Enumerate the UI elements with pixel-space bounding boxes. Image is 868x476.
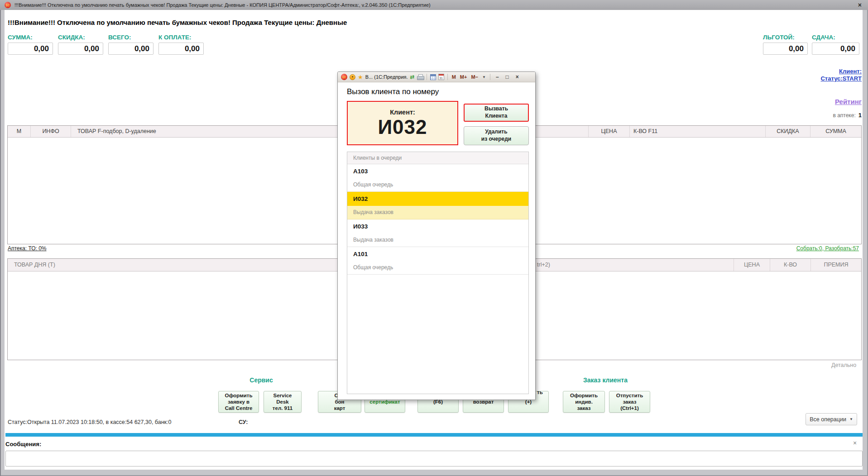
service-section-heading: Сервис bbox=[239, 376, 284, 384]
queue-item-number: И032 bbox=[347, 192, 528, 206]
maximize-icon[interactable]: □ bbox=[504, 74, 511, 80]
window-title: !!!Внимание!!! Отключена по умолчанию пе… bbox=[14, 2, 853, 8]
detail-link[interactable]: Детально bbox=[831, 362, 856, 368]
callcentre-request-button[interactable]: Оформить заявку в Call Centre bbox=[218, 391, 259, 413]
sdacha-label: СДАЧА: bbox=[812, 34, 859, 41]
1c-logo-icon: 1С bbox=[5, 2, 11, 8]
su-label: СУ: bbox=[239, 419, 248, 425]
queue-item-type: Выдача заказов bbox=[347, 233, 528, 247]
k-oplate-label: К ОПЛАТЕ: bbox=[158, 34, 204, 41]
individual-order-button[interactable]: Оформить индив. заказ bbox=[563, 391, 605, 413]
close-icon[interactable]: × bbox=[513, 74, 521, 80]
messages-label: Сообщения: bbox=[5, 441, 41, 447]
client-status-panel: Клиент: Статус:START Рейтинг в аптеке:1 … bbox=[724, 68, 862, 131]
all-operations-button[interactable]: Все операции ▼ bbox=[806, 413, 857, 425]
summa-value: 0,00 bbox=[8, 43, 53, 55]
client-number: И032 bbox=[378, 117, 427, 138]
total-k-oplate: К ОПЛАТЕ: 0,00 bbox=[158, 34, 204, 55]
calculator-icon[interactable] bbox=[430, 74, 436, 80]
call-client-dialog: 1С ▼ ★ В... (1С:Предприя. ⇄ 31 М М+ М− ▼… bbox=[337, 71, 536, 400]
skidka-value: 0,00 bbox=[58, 43, 103, 55]
k-oplate-value: 0,00 bbox=[158, 43, 204, 55]
toolbar-separator bbox=[427, 74, 427, 80]
minimize-icon[interactable]: – bbox=[494, 74, 501, 80]
in-pharmacy-counter: в аптеке:1 bbox=[724, 112, 862, 119]
col-price: ЦЕНА bbox=[588, 126, 629, 137]
favorites-star-icon[interactable]: ★ bbox=[358, 74, 363, 80]
register-status-text: Статус:Открыта 11.07.2023 10:18:50, в ка… bbox=[8, 419, 171, 425]
print-icon[interactable] bbox=[417, 74, 423, 80]
dialog-window-title: В... (1С:Предприя. bbox=[365, 74, 408, 80]
col-info: ИНФО bbox=[30, 126, 71, 137]
chevron-down-icon: ▼ bbox=[849, 417, 853, 421]
memory-m-plus-button[interactable]: М+ bbox=[459, 74, 468, 80]
remove-from-queue-button[interactable]: Удалить из очереди bbox=[464, 126, 529, 145]
toolbar-separator bbox=[490, 74, 490, 80]
sdacha-value: 0,00 bbox=[812, 43, 859, 55]
col-discount: СКИДКА bbox=[765, 126, 810, 137]
order-section-heading: Заказ клиента bbox=[574, 376, 637, 384]
skidka-label: СКИДКА: bbox=[58, 34, 103, 41]
vsego-value: 0,00 bbox=[108, 43, 153, 55]
col-day-price: ЦЕНА bbox=[734, 259, 770, 271]
memory-m-minus-button[interactable]: М− bbox=[470, 74, 479, 80]
toolbar-separator bbox=[447, 74, 448, 80]
client-link[interactable]: Клиент: bbox=[724, 68, 862, 75]
col-day-bonus: ПРЕМИЯ bbox=[810, 259, 861, 271]
queue-item[interactable]: А103 Общая очередь bbox=[347, 164, 528, 192]
total-sdacha: СДАЧА: 0,00 bbox=[812, 34, 859, 55]
col-m: М bbox=[8, 126, 30, 137]
client-label: Клиент: bbox=[390, 109, 415, 116]
occluded-column-header-fragment: trl+2) bbox=[537, 262, 550, 268]
current-client-box: Клиент: И032 bbox=[347, 101, 458, 145]
total-lgotoy: ЛЬГОТОЙ: 0,00 bbox=[763, 34, 808, 55]
col-day-qty: К-ВО bbox=[770, 259, 810, 271]
calendar-icon[interactable]: 31 bbox=[438, 74, 444, 80]
dialog-titlebar: 1С ▼ ★ В... (1С:Предприя. ⇄ 31 М М+ М− ▼… bbox=[338, 72, 535, 82]
queue-item-number: А103 bbox=[347, 164, 528, 178]
1c-logo-icon: 1С bbox=[341, 74, 347, 80]
queue-item[interactable]: А101 Общая очередь bbox=[347, 247, 528, 275]
queue-item-number: А101 bbox=[347, 247, 528, 261]
summa-label: СУММА: bbox=[8, 34, 53, 41]
col-sum: СУММА bbox=[810, 126, 861, 137]
lgotoy-label: ЛЬГОТОЙ: bbox=[763, 34, 808, 41]
memory-m-button[interactable]: М bbox=[451, 74, 457, 80]
queue-item-selected[interactable]: И032 Выдача заказов bbox=[347, 192, 528, 219]
status-link[interactable]: Статус:START bbox=[724, 75, 862, 82]
service-desk-button[interactable]: Service Desk тел. 911 bbox=[264, 391, 302, 413]
close-icon[interactable]: × bbox=[856, 1, 863, 9]
col-qty: К-ВО F11 bbox=[629, 126, 765, 137]
links-icon[interactable]: ⇄ bbox=[410, 74, 415, 80]
queue-item-type: Общая очередь bbox=[347, 261, 528, 275]
in-pharmacy-value: 1 bbox=[858, 112, 862, 119]
main-titlebar: 1С !!!Внимание!!! Отключена по умолчанию… bbox=[0, 0, 868, 10]
queue-item-type: Общая очередь bbox=[347, 178, 528, 192]
queue-item-type: Выдача заказов bbox=[347, 206, 528, 219]
main-menu-dropdown-icon[interactable]: ▼ bbox=[350, 74, 355, 80]
chevron-down-icon[interactable]: ▼ bbox=[481, 75, 487, 79]
assemble-disassemble-link[interactable]: Собрать:0, Разобрать:57 bbox=[796, 245, 859, 252]
rating-link[interactable]: Рейтинг bbox=[835, 98, 862, 105]
info-divider-bar bbox=[5, 433, 863, 437]
release-order-button[interactable]: Отпустить заказ (Ctrl+1) bbox=[609, 391, 650, 413]
application-window: 1С !!!Внимание!!! Отключена по умолчанию… bbox=[0, 0, 868, 476]
queue-item-number: И033 bbox=[347, 219, 528, 233]
total-vsego: ВСЕГО: 0,00 bbox=[108, 34, 153, 55]
dialog-heading: Вызов клиента по номеру bbox=[347, 87, 439, 96]
queue-list-header: Клиенты в очереди bbox=[347, 152, 528, 164]
vsego-label: ВСЕГО: bbox=[108, 34, 153, 41]
occluded-button-text-fragment: ть bbox=[537, 390, 543, 395]
queue-item[interactable]: И033 Выдача заказов bbox=[347, 219, 528, 247]
total-skidka: СКИДКА: 0,00 bbox=[58, 34, 103, 55]
warning-banner: !!!Внимание!!! Отключена по умолчанию пе… bbox=[8, 19, 347, 26]
clients-queue-list: Клиенты в очереди А103 Общая очередь И03… bbox=[347, 152, 529, 394]
total-summa: СУММА: 0,00 bbox=[8, 34, 53, 55]
messages-close-icon[interactable]: × bbox=[853, 439, 857, 447]
messages-input[interactable] bbox=[5, 451, 863, 466]
pharmacy-to-link[interactable]: Аптека: ТО: 0% bbox=[8, 245, 47, 252]
lgotoy-value: 0,00 bbox=[763, 43, 808, 55]
call-client-button[interactable]: Вызвать Клиента bbox=[464, 104, 529, 122]
